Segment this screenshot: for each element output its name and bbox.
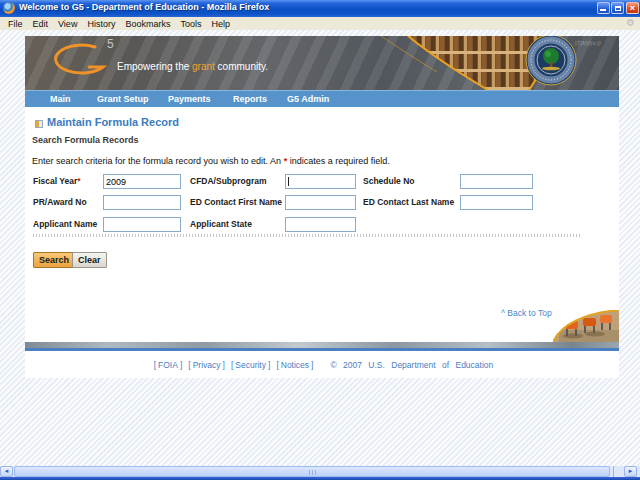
menu-file[interactable]: File — [3, 19, 28, 29]
menu-edit[interactable]: Edit — [28, 19, 54, 29]
banner-tagline: Empowering the grant community. — [117, 61, 268, 72]
bracket: ] — [268, 360, 270, 370]
fiscal-year-input[interactable] — [103, 174, 181, 189]
menu-bar: File Edit View History Bookmarks Tools H… — [0, 17, 640, 30]
page-title-icon — [35, 120, 43, 128]
schedule-no-input[interactable] — [460, 174, 533, 189]
cfda-subprogram-input[interactable] — [285, 174, 356, 189]
clear-button[interactable]: Clear — [72, 252, 107, 268]
chalkboard-formula: |T(k)|f(x,t) — [575, 40, 601, 46]
horizontal-scrollbar[interactable]: ◄ ► — [0, 466, 640, 477]
bracket: [ — [231, 360, 233, 370]
applicant-name-input[interactable] — [103, 217, 181, 232]
applicant-name-label: Applicant Name — [33, 217, 97, 232]
scrollbar-grip-icon — [309, 470, 317, 475]
scrollbar-separator — [613, 466, 614, 477]
back-to-top-link[interactable]: ^ Back to Top — [501, 308, 552, 318]
scroll-right-button[interactable]: ► — [624, 466, 637, 477]
classroom-chairs-photo — [553, 310, 619, 342]
bracket: ] — [180, 360, 182, 370]
ed-contact-last-name-input[interactable] — [460, 195, 533, 210]
tagline-highlight: grant — [192, 61, 215, 72]
copyright-text: © 2007 U.S. Department of Education — [330, 360, 493, 370]
restore-icon — [615, 6, 621, 11]
browser-viewport: 5 Empowering the grant community. |T(k)|… — [0, 30, 640, 466]
applicant-state-label: Applicant State — [190, 217, 252, 232]
text-cursor — [288, 177, 289, 186]
menu-help[interactable]: Help — [206, 19, 235, 29]
foia-link[interactable]: FOIA — [158, 360, 178, 370]
menu-tools[interactable]: Tools — [175, 19, 206, 29]
tagline-post: community. — [215, 61, 268, 72]
schedule-no-label: Schedule No — [363, 174, 414, 189]
footer-link-foia: [FOIA] — [154, 360, 183, 370]
cfda-subprogram-label: CFDA/Subprogram — [190, 174, 267, 189]
minimize-button[interactable] — [597, 2, 610, 14]
search-formula-page: Maintain Formula Record Search Formula R… — [25, 107, 619, 342]
security-link[interactable]: Security — [235, 360, 266, 370]
g5-logo-number: 5 — [107, 37, 114, 51]
nav-g5-admin[interactable]: G5 Admin — [287, 94, 329, 104]
firefox-icon — [3, 2, 15, 14]
instruction-text: Enter search criteria for the formula re… — [32, 156, 390, 166]
bracket: [ — [188, 360, 190, 370]
menu-view[interactable]: View — [53, 19, 82, 29]
minimize-icon — [600, 9, 606, 11]
footer-link-security: [Security] — [231, 360, 270, 370]
ed-contact-first-name-input[interactable] — [285, 195, 356, 210]
section-title: Search Formula Records — [32, 135, 139, 145]
scrollbar-thumb[interactable] — [14, 466, 610, 477]
ed-contact-last-name-label: ED Contact Last Name — [363, 195, 454, 210]
bracket: ] — [223, 360, 225, 370]
window-title: Welcome to G5 - Department of Education … — [19, 2, 269, 12]
bracket: [ — [154, 360, 156, 370]
footer-link-notices: [Notices] — [276, 360, 313, 370]
activity-throbber-icon: ⚙ — [626, 17, 635, 28]
g5-logo — [53, 39, 115, 79]
close-button[interactable]: × — [626, 2, 639, 14]
pr-award-no-label: PR/Award No — [33, 195, 87, 210]
ed-contact-first-name-label: ED Contact First Name — [190, 195, 282, 210]
scroll-left-button[interactable]: ◄ — [0, 466, 13, 477]
menu-bookmarks[interactable]: Bookmarks — [120, 19, 175, 29]
applicant-state-input[interactable] — [285, 217, 356, 232]
footer-link-privacy: [Privacy] — [188, 360, 225, 370]
nav-reports[interactable]: Reports — [233, 94, 267, 104]
nav-payments[interactable]: Payments — [168, 94, 211, 104]
privacy-link[interactable]: Privacy — [193, 360, 221, 370]
pr-award-no-input[interactable] — [103, 195, 181, 210]
bracket: [ — [276, 360, 278, 370]
page-content-column: 5 Empowering the grant community. |T(k)|… — [25, 36, 619, 378]
footer-links: [FOIA] [Privacy] [Security] [Notices] © … — [25, 351, 619, 378]
fiscal-year-required-asterisk: * — [77, 176, 80, 186]
firefox-window: Welcome to G5 - Department of Education … — [0, 0, 640, 480]
instruction-post: indicates a required field. — [287, 156, 390, 166]
instruction-pre: Enter search criteria for the formula re… — [32, 156, 284, 166]
restore-button[interactable] — [611, 2, 624, 14]
dotted-separator — [33, 234, 581, 237]
main-nav: Main Grant Setup Payments Reports G5 Adm… — [25, 90, 619, 107]
page-title: Maintain Formula Record — [47, 116, 179, 128]
notices-link[interactable]: Notices — [281, 360, 309, 370]
title-bar: Welcome to G5 - Department of Education … — [0, 0, 640, 17]
bracket: ] — [311, 360, 313, 370]
tagline-pre: Empowering the — [117, 61, 192, 72]
menu-history[interactable]: History — [82, 19, 120, 29]
nav-main[interactable]: Main — [50, 94, 71, 104]
ed-seal — [525, 36, 577, 86]
nav-grant-setup[interactable]: Grant Setup — [97, 94, 149, 104]
g5-banner: 5 Empowering the grant community. |T(k)|… — [25, 36, 619, 90]
fiscal-year-label: Fiscal Year* — [33, 174, 81, 189]
search-button[interactable]: Search — [33, 252, 75, 268]
fiscal-year-label-text: Fiscal Year — [33, 176, 77, 186]
